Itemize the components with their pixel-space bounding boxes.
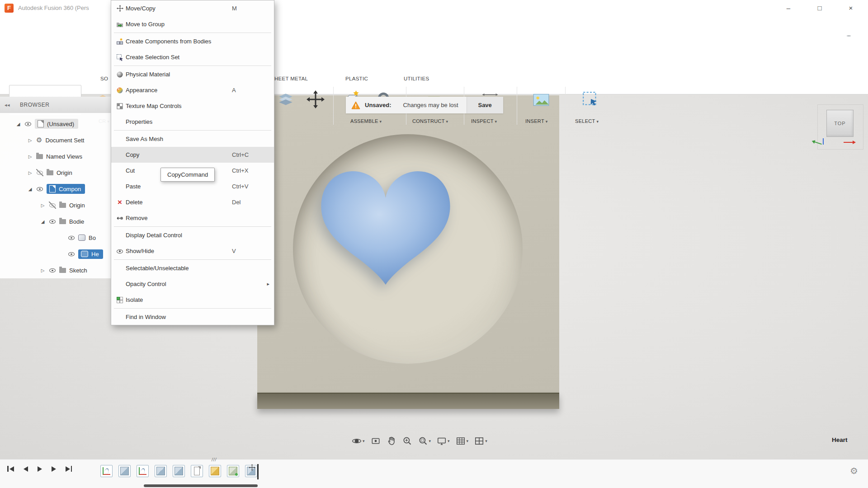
menu-item-physical-material[interactable]: Physical Material (111, 66, 274, 82)
play-button[interactable] (38, 466, 42, 472)
expander-closed-icon[interactable] (27, 170, 33, 175)
timeline-feature-icon[interactable] (227, 465, 239, 477)
display-settings-button[interactable] (437, 434, 450, 448)
sheet-stack-icon[interactable] (276, 90, 295, 109)
visibility-eye-off-icon[interactable] (49, 202, 56, 209)
close-button[interactable]: × (840, 0, 861, 16)
menu-item-copy[interactable]: Copy Ctrl+C (111, 147, 274, 163)
move-tool-icon[interactable] (307, 90, 326, 109)
grid-snaps-button[interactable] (456, 434, 469, 448)
save-button[interactable]: Save (467, 97, 503, 113)
timeline-playhead[interactable] (249, 464, 259, 479)
tab-plastic[interactable]: PLASTIC (345, 76, 368, 81)
group-divider (517, 87, 517, 125)
look-at-icon (371, 436, 381, 446)
expander-closed-icon[interactable] (40, 268, 46, 273)
menu-item-create-components[interactable]: Create Components from Bodies (111, 33, 274, 49)
timeline-feature-icon[interactable] (173, 465, 185, 477)
settings-gear-icon (36, 136, 42, 144)
expander-open-icon[interactable] (27, 187, 33, 192)
viewports-icon (474, 436, 484, 446)
expander-open-icon[interactable] (15, 122, 21, 127)
timeline-tick-marks (212, 457, 217, 462)
menu-shortcut: Ctrl+C (232, 151, 249, 158)
expander-closed-icon[interactable] (40, 203, 46, 208)
viewcube[interactable]: TOP (826, 110, 854, 137)
menu-item-move-copy[interactable]: Move/Copy M (111, 0, 274, 16)
timeline-form-icon[interactable] (209, 465, 221, 477)
maximize-button[interactable]: □ (809, 0, 830, 16)
document-pill[interactable]: (Unsaved) (35, 119, 78, 129)
group-assemble-label[interactable]: ASSEMBLE (350, 118, 382, 124)
mold-plate-front-edge (257, 393, 559, 409)
timeline-sketch-icon[interactable] (100, 465, 113, 477)
tree-item-label: Compon (59, 186, 81, 192)
menu-label: Display Detail Control (126, 232, 232, 239)
timeline-scrollbar[interactable] (144, 484, 258, 487)
tree-item-label: Document Sett (45, 137, 84, 144)
timeline-component-icon[interactable] (191, 465, 203, 477)
menu-item-appearance[interactable]: Appearance A (111, 82, 274, 98)
timeline-feature-icon[interactable] (155, 465, 167, 477)
active-component-label: Heart (832, 436, 848, 443)
menu-item-show-hide[interactable]: Show/Hide V (111, 243, 274, 259)
look-at-button[interactable] (371, 434, 381, 448)
zoom-button[interactable] (402, 434, 412, 448)
skip-to-end-button[interactable] (66, 466, 72, 472)
minimize-button[interactable]: – (778, 0, 799, 16)
selected-component-pill[interactable]: Compon (47, 184, 85, 194)
timeline-features (100, 465, 257, 477)
expander-closed-icon[interactable] (27, 138, 33, 143)
collapse-panel-icon[interactable] (5, 97, 10, 113)
skip-to-start-button[interactable] (7, 466, 14, 472)
menu-item-texture-map-controls[interactable]: Texture Map Controls (111, 98, 274, 114)
playhead-line[interactable] (257, 464, 259, 479)
group-construct-label[interactable]: CONSTRUCT (412, 118, 448, 124)
texture-icon (114, 103, 126, 110)
insert-image-icon[interactable] (532, 90, 551, 109)
select-cursor-icon[interactable] (581, 90, 600, 109)
step-back-button[interactable] (24, 466, 28, 472)
selected-body-pill[interactable]: He (78, 249, 103, 259)
menu-label: Copy (126, 151, 232, 158)
expander-closed-icon[interactable] (27, 154, 33, 159)
menu-label: Appearance (126, 87, 232, 94)
tab-utilities[interactable]: UTILITIES (404, 76, 429, 81)
orbit-button[interactable] (352, 434, 365, 448)
group-inspect-label[interactable]: INSPECT (471, 118, 497, 124)
menu-item-isolate[interactable]: Isolate (111, 292, 274, 308)
tab-solid[interactable]: SO (100, 76, 108, 81)
menu-item-display-detail-control[interactable]: Display Detail Control (111, 227, 274, 243)
group-divider (333, 87, 334, 125)
viewports-button[interactable] (474, 434, 487, 448)
menu-item-opacity-control[interactable]: Opacity Control (111, 276, 274, 292)
visibility-eye-icon[interactable] (68, 234, 75, 241)
pan-button[interactable] (387, 434, 396, 448)
playhead-drag-icon (249, 464, 255, 471)
timeline-sketch-icon[interactable] (137, 465, 149, 477)
visibility-eye-icon[interactable] (68, 250, 75, 258)
tab-sheet-metal[interactable]: HEET METAL (274, 76, 308, 81)
visibility-eye-icon[interactable] (36, 185, 43, 192)
menu-item-find-in-window[interactable]: Find in Window (111, 309, 274, 325)
zoom-window-button[interactable] (418, 434, 431, 448)
heart-body[interactable] (316, 163, 456, 295)
menu-item-move-to-group[interactable]: Move to Group (111, 16, 274, 32)
step-forward-button[interactable] (52, 466, 56, 472)
menu-item-properties[interactable]: Properties (111, 114, 274, 130)
menu-item-save-as-mesh[interactable]: Save As Mesh (111, 131, 274, 147)
visibility-eye-icon[interactable] (24, 120, 32, 127)
menu-label: Remove (126, 215, 232, 221)
timeline-settings-gear-icon[interactable] (850, 465, 858, 476)
menu-item-selectable-unselectable[interactable]: Selectable/Unselectable (111, 260, 274, 276)
menu-item-create-selection-set[interactable]: Create Selection Set (111, 49, 274, 65)
timeline-feature-icon[interactable] (118, 465, 131, 477)
group-select-label[interactable]: SELECT (575, 118, 599, 124)
menu-item-remove[interactable]: Remove (111, 210, 274, 226)
visibility-eye-icon[interactable] (49, 218, 56, 225)
visibility-eye-icon[interactable] (49, 267, 56, 274)
group-insert-label[interactable]: INSERT (525, 118, 548, 124)
expander-open-icon[interactable] (40, 219, 46, 224)
visibility-eye-off-icon[interactable] (36, 169, 43, 176)
menu-item-delete[interactable]: Delete Del (111, 194, 274, 210)
